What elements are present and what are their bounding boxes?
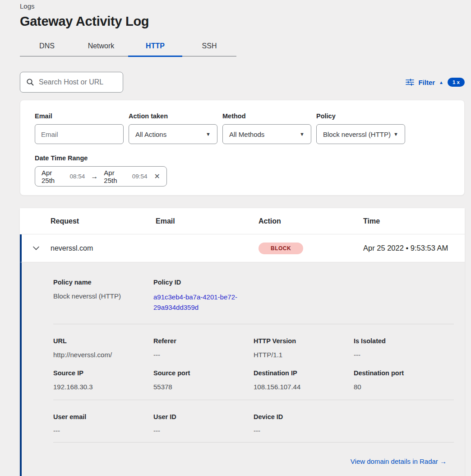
tab-http[interactable]: HTTP — [128, 38, 182, 56]
device-id-value: --- — [254, 427, 354, 434]
filter-icon[interactable] — [406, 79, 414, 86]
email-input[interactable] — [35, 124, 124, 144]
section-divider — [53, 400, 454, 400]
block-status-badge: BLOCK — [259, 243, 303, 254]
method-value: All Methods — [229, 131, 264, 138]
method-field-group: Method All Methods ▼ — [222, 112, 311, 144]
caret-down-icon: ▼ — [300, 131, 305, 137]
arrow-right-icon: → — [89, 173, 99, 181]
referer-label: Referer — [153, 337, 254, 345]
user-email-value: --- — [53, 427, 153, 434]
radar-link-row: View domain details in Radar → — [53, 457, 454, 466]
action-taken-value: All Actions — [135, 131, 166, 138]
search-icon — [26, 78, 34, 86]
is-isolated-value: --- — [354, 351, 454, 359]
row-expander[interactable] — [22, 246, 51, 250]
url-value: http://neverssl.com/ — [53, 351, 153, 359]
expanded-row-details: Policy name Block neverssl (HTTP) Policy… — [20, 262, 465, 476]
url-label: URL — [53, 337, 153, 345]
column-header-time: Time — [363, 217, 465, 225]
method-label: Method — [222, 112, 311, 120]
tab-network[interactable]: Network — [74, 38, 128, 56]
range-start-time[interactable]: 08:54 — [70, 173, 85, 180]
policy-id-cell: Policy ID a91c3eb4-ba7a-4201-be72-29a934… — [153, 279, 254, 313]
policy-id-link[interactable]: a91c3eb4-ba7a-4201-be72-29a934dd359d — [153, 292, 242, 313]
destination-port-label: Destination port — [354, 369, 454, 377]
policy-label: Policy — [316, 112, 405, 120]
is-isolated-cell: Is Isolated --- — [354, 337, 454, 359]
destination-ip-value: 108.156.107.44 — [254, 383, 354, 391]
referer-cell: Referer --- — [153, 337, 254, 359]
close-icon[interactable]: ✕ — [154, 172, 160, 181]
range-end-date[interactable]: Apr 25th — [104, 169, 128, 184]
policy-field-group: Policy Block neverssl (HTTP) ▼ — [316, 112, 405, 144]
row-action: BLOCK — [259, 243, 363, 254]
column-header-action: Action — [259, 217, 363, 225]
request-section: URL http://neverssl.com/ Referer --- HTT… — [53, 337, 454, 359]
page-title: Gateway Activity Log — [20, 14, 465, 29]
policy-select[interactable]: Block neverssl (HTTP) ▼ — [316, 124, 405, 144]
user-id-value: --- — [153, 427, 254, 434]
range-start-date[interactable]: Apr 25th — [42, 169, 65, 184]
user-id-label: User ID — [153, 413, 254, 420]
search-box[interactable] — [20, 72, 123, 93]
source-ip-label: Source IP — [53, 369, 153, 377]
tab-dns[interactable]: DNS — [20, 38, 74, 56]
column-header-request: Request — [51, 217, 156, 225]
source-port-value: 55378 — [153, 383, 254, 391]
section-divider — [53, 324, 454, 324]
destination-port-cell: Destination port 80 — [354, 369, 454, 391]
action-taken-label: Action taken — [129, 112, 217, 120]
user-email-cell: User email --- — [53, 413, 153, 434]
activity-log-table: Request Email Action Time neverssl.com B… — [20, 208, 465, 476]
view-radar-link[interactable]: View domain details in Radar → — [351, 457, 447, 465]
policy-name-label: Policy name — [53, 279, 153, 286]
destination-ip-cell: Destination IP 108.156.107.44 — [254, 369, 354, 391]
filter-panel: Email Action taken All Actions ▼ Method … — [20, 100, 465, 196]
http-version-label: HTTP Version — [254, 337, 354, 345]
source-port-label: Source port — [153, 369, 254, 377]
search-input[interactable] — [39, 78, 117, 86]
tab-ssh[interactable]: SSH — [182, 38, 236, 56]
breadcrumb: Logs — [20, 0, 465, 10]
row-time: Apr 25 2022 • 9:53:53 AM — [363, 244, 465, 252]
caret-up-icon[interactable]: ▲ — [439, 80, 443, 85]
network-section: Source IP 192.168.30.3 Source port 55378… — [53, 369, 454, 391]
policy-name-value: Block neverssl (HTTP) — [53, 292, 153, 300]
source-port-cell: Source port 55378 — [153, 369, 254, 391]
filter-fields-row: Email Action taken All Actions ▼ Method … — [35, 112, 450, 144]
policy-section: Policy name Block neverssl (HTTP) Policy… — [53, 279, 454, 313]
http-version-value: HTTP/1.1 — [254, 351, 354, 359]
user-section: User email --- User ID --- Device ID --- — [53, 413, 454, 434]
caret-down-icon: ▼ — [206, 131, 211, 137]
destination-ip-label: Destination IP — [254, 369, 354, 377]
toolbar: Filter ▲ 1 x — [20, 72, 465, 93]
filter-count-badge[interactable]: 1 x — [448, 78, 465, 87]
caret-down-icon: ▼ — [393, 131, 398, 137]
user-id-cell: User ID --- — [153, 413, 254, 434]
email-field-group: Email — [35, 112, 124, 144]
range-end-time[interactable]: 09:54 — [132, 173, 148, 180]
table-header-row: Request Email Action Time — [20, 208, 465, 234]
http-version-cell: HTTP Version HTTP/1.1 — [254, 337, 354, 359]
user-email-label: User email — [53, 413, 153, 420]
table-row[interactable]: neverssl.com BLOCK Apr 25 2022 • 9:53:53… — [20, 234, 465, 262]
is-isolated-label: Is Isolated — [354, 337, 454, 345]
policy-id-label: Policy ID — [153, 279, 254, 286]
column-header-email: Email — [156, 217, 259, 225]
policy-value: Block neverssl (HTTP) — [323, 131, 391, 138]
action-taken-select[interactable]: All Actions ▼ — [129, 124, 217, 144]
date-range-picker[interactable]: Apr 25th 08:54 → Apr 25th 09:54 ✕ — [35, 166, 167, 187]
device-id-label: Device ID — [254, 413, 354, 420]
date-time-range-label: Date Time Range — [35, 154, 450, 162]
filter-toggle[interactable]: Filter — [418, 79, 435, 86]
source-ip-cell: Source IP 192.168.30.3 — [53, 369, 153, 391]
method-select[interactable]: All Methods ▼ — [222, 124, 311, 144]
filter-controls: Filter ▲ 1 x — [406, 78, 465, 87]
section-divider — [53, 442, 454, 443]
url-cell: URL http://neverssl.com/ — [53, 337, 153, 359]
referer-value: --- — [153, 351, 254, 359]
tab-bar: DNS Network HTTP SSH — [20, 38, 236, 56]
row-request: neverssl.com — [51, 244, 156, 252]
chevron-down-icon — [33, 246, 39, 250]
